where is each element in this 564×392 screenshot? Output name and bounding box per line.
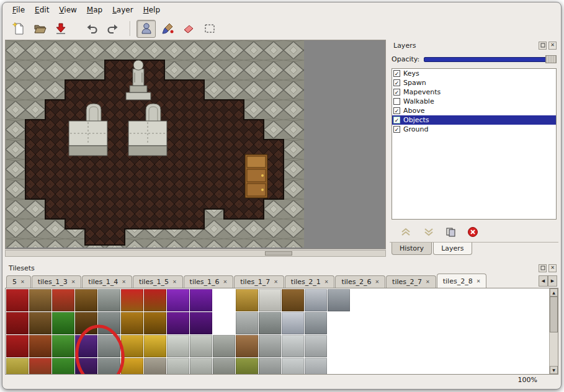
tab-close-icon[interactable]: ✕	[122, 279, 126, 285]
close-panel-icon[interactable]: ✕	[548, 42, 557, 50]
tileset-tile[interactable]	[121, 358, 143, 375]
tileset-tile[interactable]	[29, 312, 51, 334]
tileset-tile[interactable]	[98, 312, 120, 334]
tab-close-icon[interactable]: ✕	[426, 279, 430, 285]
tileset-tile[interactable]	[236, 289, 258, 311]
tileset-tile[interactable]	[167, 335, 189, 357]
tileset-tile[interactable]	[121, 335, 143, 357]
tileset-tile[interactable]	[305, 335, 327, 357]
layer-visibility-checkbox[interactable]	[393, 98, 400, 105]
float-panel-icon[interactable]	[539, 264, 547, 272]
tileset-tile[interactable]	[29, 335, 51, 357]
tileset-tab-tiles_2_8[interactable]: tiles_2_8✕	[437, 274, 487, 288]
tileset-tile[interactable]	[167, 312, 189, 334]
layer-visibility-checkbox[interactable]: ✓	[393, 117, 400, 123]
tileset-tab-tiles_2_7[interactable]: tiles_2_7✕	[386, 275, 436, 288]
close-panel-icon[interactable]: ✕	[548, 264, 557, 272]
layer-visibility-checkbox[interactable]: ✓	[393, 70, 400, 77]
tileset-vertical-scrollbar[interactable]: ▲ ▼	[549, 288, 558, 374]
menu-help[interactable]: Help	[138, 4, 165, 16]
menu-edit[interactable]: Edit	[30, 4, 54, 16]
tileset-tile[interactable]	[75, 312, 97, 334]
layer-row-mapevents[interactable]: ✓Mapevents	[392, 87, 556, 97]
open-tool-button[interactable]	[30, 20, 49, 38]
tileset-tile[interactable]	[98, 335, 120, 357]
tileset-tile[interactable]	[190, 312, 212, 334]
scroll-down-icon[interactable]: ▼	[550, 366, 558, 374]
layer-delete-button[interactable]	[467, 226, 478, 238]
tab-close-icon[interactable]: ✕	[20, 279, 25, 285]
stamp-tool-button[interactable]	[137, 20, 156, 38]
undo-tool-button[interactable]	[82, 20, 101, 38]
tileset-tile[interactable]	[305, 312, 327, 334]
tileset-tile[interactable]	[282, 335, 304, 357]
tileset-tile[interactable]	[236, 312, 258, 334]
tab-close-icon[interactable]: ✕	[274, 279, 278, 285]
layer-row-keys[interactable]: ✓Keys	[392, 69, 556, 78]
menu-map[interactable]: Map	[82, 4, 107, 16]
tileset-tab-tiles_2_1[interactable]: tiles_2_1✕	[285, 275, 335, 288]
tileset-tab-tiles_1_6[interactable]: tiles_1_6✕	[184, 275, 234, 288]
float-panel-icon[interactable]	[539, 42, 547, 50]
tileset-tile[interactable]	[328, 289, 350, 311]
tab-close-icon[interactable]: ✕	[325, 279, 329, 285]
tileset-tile[interactable]	[236, 335, 258, 357]
opacity-track[interactable]	[424, 57, 555, 62]
layer-visibility-checkbox[interactable]: ✓	[393, 79, 400, 86]
layer-row-spawn[interactable]: ✓Spawn	[392, 78, 556, 87]
tileset-tab-tiles_1_4[interactable]: tiles_1_4✕	[82, 275, 132, 288]
tileset-tile[interactable]	[213, 335, 235, 357]
layer-visibility-checkbox[interactable]: ✓	[393, 126, 400, 133]
tileset-tile[interactable]	[305, 358, 327, 375]
tileset-tile[interactable]	[259, 335, 281, 357]
layer-row-above[interactable]: ✓Above	[392, 106, 556, 115]
eraser-tool-button[interactable]	[179, 20, 198, 38]
tileset-tile[interactable]	[121, 312, 143, 334]
tileset-tile[interactable]	[144, 289, 166, 311]
redo-tool-button[interactable]	[103, 20, 122, 38]
map-horizontal-scrollbar[interactable]	[5, 250, 386, 257]
layer-duplicate-button[interactable]	[445, 227, 457, 237]
tileset-tile[interactable]	[259, 312, 281, 334]
opacity-slider[interactable]	[424, 55, 557, 64]
tileset-tile[interactable]	[305, 289, 327, 311]
tileset-tile[interactable]	[167, 289, 189, 311]
tileset-content[interactable]: ▲ ▼	[5, 288, 558, 375]
tab-close-icon[interactable]: ✕	[71, 279, 76, 285]
cabinet-object[interactable]	[245, 154, 267, 198]
tab-close-icon[interactable]: ✕	[375, 279, 379, 285]
tileset-tile[interactable]	[75, 358, 97, 375]
paint-tool-button[interactable]	[158, 20, 177, 38]
tab-scroll-right-icon[interactable]: ▶	[548, 275, 557, 287]
tileset-vscroll-thumb[interactable]	[550, 296, 558, 332]
layer-row-walkable[interactable]: Walkable	[392, 97, 556, 106]
dock-tab-history[interactable]: History	[392, 243, 432, 255]
scroll-up-icon[interactable]: ▲	[550, 288, 558, 296]
tileset-tile[interactable]	[52, 312, 74, 334]
tileset-tile[interactable]	[259, 358, 281, 375]
tab-close-icon[interactable]: ✕	[477, 278, 481, 284]
layer-row-ground[interactable]: ✓Ground	[392, 125, 556, 134]
tileset-tile[interactable]	[190, 335, 212, 357]
tileset-tile[interactable]	[144, 358, 166, 375]
tileset-tile[interactable]	[121, 289, 143, 311]
save-tool-button[interactable]	[51, 20, 70, 38]
map-viewport[interactable]	[5, 40, 386, 249]
tileset-tile[interactable]	[98, 289, 120, 311]
tileset-tile[interactable]	[213, 358, 235, 375]
tab-close-icon[interactable]: ✕	[223, 279, 228, 285]
tileset-tile[interactable]	[144, 335, 166, 357]
select-tool-button[interactable]	[200, 20, 219, 38]
layer-row-objects[interactable]: ✓Objects	[392, 115, 556, 125]
tileset-tile[interactable]	[190, 289, 212, 311]
layer-visibility-checkbox[interactable]: ✓	[393, 107, 400, 114]
tileset-tile[interactable]	[144, 312, 166, 334]
tab-close-icon[interactable]: ✕	[172, 279, 177, 285]
tileset-tile[interactable]	[6, 358, 29, 375]
tileset-tab-5[interactable]: 5✕	[6, 275, 31, 288]
tileset-tab-tiles_2_6[interactable]: tiles_2_6✕	[335, 275, 385, 288]
tileset-tile[interactable]	[52, 358, 74, 375]
tileset-tab-tiles_1_7[interactable]: tiles_1_7✕	[234, 275, 284, 288]
tileset-tile[interactable]	[6, 312, 29, 334]
menu-layer[interactable]: Layer	[107, 4, 138, 16]
